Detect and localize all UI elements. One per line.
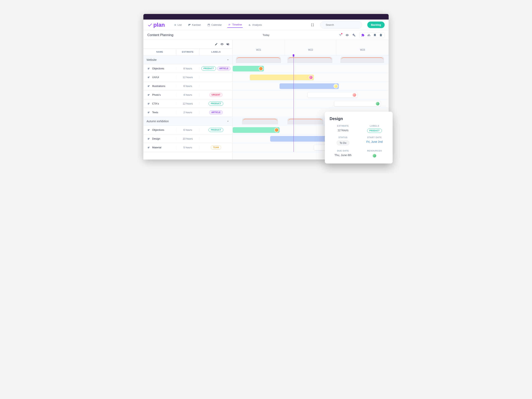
task-row[interactable]: CTA's 12 hours PRODUCT	[143, 99, 233, 108]
task-name: Design	[152, 137, 160, 140]
task-name: Illustrations	[152, 85, 165, 88]
task-estimate: 6 hours	[176, 85, 199, 88]
task-row[interactable]: Objectives 6 hours PRODUCT	[143, 126, 233, 134]
people-icon[interactable]	[367, 33, 370, 37]
task-estimate: 12 hours	[176, 102, 199, 105]
search-input[interactable]	[326, 23, 359, 26]
task-row[interactable]: UX/UI 12 hours	[143, 73, 233, 82]
popup-label-chip: PRODUCT	[367, 129, 382, 133]
task-row[interactable]: Objectives 8 hours PRODUCTARTICLE	[143, 64, 233, 73]
popup-due-value: Thu, June 8th	[329, 153, 356, 157]
card-icon	[147, 102, 150, 105]
timeline-bar[interactable]	[233, 127, 279, 133]
task-estimate: 12 hours	[176, 76, 199, 79]
chevron-down-icon	[227, 120, 229, 123]
col-header-labels[interactable]: LABELS	[199, 48, 233, 55]
bar-avatar[interactable]	[334, 84, 338, 88]
today-button[interactable]: Today	[263, 33, 270, 37]
app-logo[interactable]: plan	[147, 22, 165, 28]
bar-avatar[interactable]	[259, 66, 263, 71]
archive-icon[interactable]	[379, 33, 382, 37]
timeline-task-row	[233, 82, 389, 90]
task-name: Material	[152, 146, 161, 149]
calendar-icon	[207, 24, 210, 26]
task-row[interactable]: Design 10 hours	[143, 134, 233, 143]
capacity-arc	[287, 57, 333, 63]
task-name: Photo's	[152, 93, 161, 96]
popup-avatar[interactable]	[372, 153, 377, 158]
card-icon	[147, 94, 150, 96]
bar-avatar[interactable]	[375, 101, 380, 106]
window-titlebar	[143, 14, 389, 19]
popup-start-value[interactable]: Fri, June 2nd	[361, 140, 388, 143]
task-row[interactable]: Texts 2 hours ARTICLE	[143, 108, 233, 117]
tab-timeline[interactable]: Timeline	[227, 22, 243, 28]
card-icon	[147, 137, 150, 140]
col-header-name[interactable]: NAME	[143, 48, 176, 55]
task-name: UX/UI	[152, 76, 159, 79]
card-icon	[147, 85, 150, 88]
popup-resources-label: RESOURCES	[361, 150, 388, 152]
timeline-bar[interactable]	[233, 66, 264, 71]
timeline-bar[interactable]	[279, 83, 339, 89]
tools-icon[interactable]	[352, 33, 355, 37]
task-estimate: 6 hours	[176, 128, 199, 131]
bar-avatar[interactable]	[309, 75, 313, 80]
edit-icon[interactable]	[215, 43, 218, 46]
week-header: W21	[233, 40, 285, 55]
eye-icon[interactable]	[346, 33, 349, 37]
task-name: CTA's	[152, 102, 159, 105]
task-name: Objectives	[152, 128, 164, 131]
expand-icon[interactable]	[311, 23, 314, 27]
bar-avatar[interactable]	[352, 93, 356, 97]
card-icon	[147, 111, 150, 114]
group-header[interactable]: Website	[143, 55, 233, 64]
timeline-task-row	[233, 90, 389, 99]
hide-icon[interactable]	[226, 43, 229, 46]
timeline-task-row	[233, 64, 389, 73]
task-row[interactable]: Illustrations 6 hours	[143, 82, 233, 90]
popup-title: Design	[329, 116, 388, 121]
tab-calendar[interactable]: Calendar	[207, 22, 223, 28]
timeline-bar[interactable]	[334, 101, 381, 107]
tag-icon[interactable]	[373, 33, 376, 37]
kanban-icon	[188, 24, 191, 26]
puzzle-icon[interactable]	[361, 33, 365, 37]
task-row[interactable]: Photo's 4 hours URGENT	[143, 90, 233, 99]
timeline-bar[interactable]	[250, 75, 314, 80]
group-header[interactable]: Autumn exhibition	[143, 117, 233, 126]
card-icon	[147, 67, 150, 70]
chevron-down-icon	[227, 58, 229, 61]
sub-header: Content Planning Today	[143, 30, 389, 40]
label-chip: URGENT	[209, 93, 222, 97]
backlog-button[interactable]: Backlog	[367, 22, 385, 28]
tab-kanban[interactable]: Kanban	[187, 22, 202, 28]
search-input-wrap[interactable]	[320, 21, 362, 29]
capacity-arc	[242, 118, 278, 124]
brand-text: plan	[153, 22, 165, 28]
timeline-bar[interactable]	[307, 92, 357, 98]
visibility-icon[interactable]	[221, 43, 223, 46]
filter-icon[interactable]	[339, 33, 342, 37]
task-popup: Design ESTIMATE 12 hours LABELS PRODUCT …	[325, 112, 393, 164]
list-icon	[174, 24, 177, 26]
label-chip: PRODUCT	[209, 101, 223, 106]
popup-labels-label: LABELS	[361, 125, 388, 127]
timeline-group-row	[233, 55, 389, 64]
timeline-task-row	[233, 73, 389, 82]
bar-avatar[interactable]	[274, 128, 279, 132]
label-chip: PRODUCT	[209, 128, 223, 132]
task-row[interactable]: Material 5 hours TEAM	[143, 143, 233, 152]
capacity-arc	[340, 57, 384, 63]
popup-due-label: DUE DATE	[329, 150, 356, 152]
today-line	[293, 55, 294, 152]
popup-status-value[interactable]: To Do	[336, 140, 349, 146]
popup-estimate-label: ESTIMATE	[329, 125, 356, 127]
popup-estimate-value: 12 hours	[329, 129, 356, 132]
tab-list[interactable]: List	[173, 22, 183, 28]
col-header-estimate[interactable]: ESTIMATE	[176, 48, 199, 55]
week-header: W23	[336, 40, 389, 55]
task-estimate: 8 hours	[176, 67, 199, 70]
tab-analysis[interactable]: Analysis	[247, 22, 263, 28]
today-marker	[293, 54, 294, 57]
